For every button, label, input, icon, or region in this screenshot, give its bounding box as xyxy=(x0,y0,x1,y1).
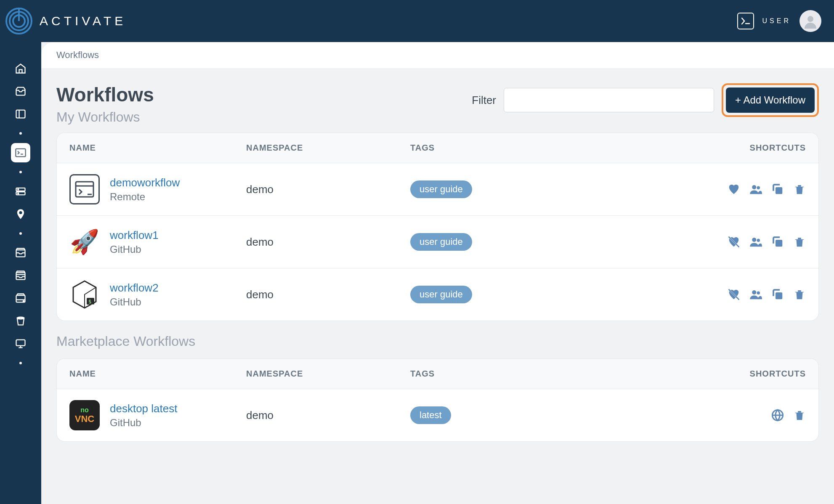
trash-icon[interactable] xyxy=(793,236,806,248)
table-row: 🚀 workflow1 GitHub demo user guide xyxy=(57,216,818,268)
users-icon[interactable] xyxy=(749,288,762,301)
workflow-source: GitHub xyxy=(110,244,159,255)
sidebar xyxy=(0,42,41,504)
table-row: demoworkflow Remote demo user guide xyxy=(57,163,818,216)
workflow-namespace: demo xyxy=(246,236,410,249)
nav-home[interactable] xyxy=(11,59,30,78)
nav-divider xyxy=(19,362,22,364)
page-title: Workflows xyxy=(56,83,154,106)
breadcrumb-text[interactable]: Workflows xyxy=(56,50,99,60)
nav-archive[interactable] xyxy=(11,243,30,263)
workflow-namespace: demo xyxy=(246,409,410,422)
users-icon[interactable] xyxy=(749,236,762,248)
svg-point-9 xyxy=(18,193,19,194)
th-name: NAME xyxy=(69,143,246,153)
svg-rect-15 xyxy=(16,340,25,346)
svg-point-22 xyxy=(752,238,756,242)
nav-divider xyxy=(19,171,22,173)
copy-icon[interactable] xyxy=(771,236,784,248)
page-header: Workflows My Workflows Filter + Add Work… xyxy=(56,83,819,125)
add-workflow-highlight: + Add Workflow xyxy=(722,83,819,117)
th-shortcuts: SHORTCUTS xyxy=(709,143,806,153)
nav-panel[interactable] xyxy=(11,104,30,124)
copy-icon[interactable] xyxy=(771,288,784,301)
svg-point-3 xyxy=(807,16,813,22)
workflow-tag[interactable]: user guide xyxy=(410,286,472,303)
nav-location[interactable] xyxy=(11,204,30,224)
svg-rect-11 xyxy=(16,273,25,279)
svg-rect-19 xyxy=(776,187,782,194)
workflow-tag[interactable]: latest xyxy=(410,406,451,424)
th-namespace: NAMESPACE xyxy=(246,369,410,379)
nav-drive[interactable] xyxy=(11,289,30,308)
workflow-source: Remote xyxy=(110,191,180,203)
svg-rect-5 xyxy=(16,149,25,157)
th-tags: TAGS xyxy=(410,369,709,379)
workflow-browser-icon xyxy=(69,174,100,204)
nav-monitor[interactable] xyxy=(11,334,30,353)
nav-divider xyxy=(19,132,22,135)
nav-bucket[interactable] xyxy=(11,311,30,331)
th-namespace: NAMESPACE xyxy=(246,143,410,153)
heart-icon[interactable] xyxy=(728,183,740,196)
table-row: $_ workflow2 GitHub demo user guide xyxy=(57,268,818,321)
nav-drawer[interactable] xyxy=(11,266,30,285)
workflow-link[interactable]: demoworkflow xyxy=(110,176,180,189)
svg-point-18 xyxy=(757,186,760,190)
nav-server[interactable] xyxy=(11,182,30,201)
th-name: NAME xyxy=(69,369,246,379)
terminal-button[interactable] xyxy=(737,13,754,29)
trash-icon[interactable] xyxy=(793,183,806,196)
trash-icon[interactable] xyxy=(793,409,806,422)
svg-text:$_: $_ xyxy=(88,299,95,305)
heart-off-icon[interactable] xyxy=(728,288,740,301)
workflow-link[interactable]: workflow2 xyxy=(110,281,159,294)
nav-terminal-active[interactable] xyxy=(11,143,30,162)
my-workflows-table: NAME NAMESPACE TAGS SHORTCUTS demoworkfl… xyxy=(56,133,819,321)
brand[interactable]: ACTIVATE xyxy=(4,6,126,36)
svg-point-8 xyxy=(18,189,19,190)
trash-icon[interactable] xyxy=(793,288,806,301)
filter-label: Filter xyxy=(472,94,496,107)
workflow-link[interactable]: workflow1 xyxy=(110,229,159,242)
workflow-source: GitHub xyxy=(110,296,159,308)
marketplace-section-title: Marketplace Workflows xyxy=(56,334,819,349)
heart-off-icon[interactable] xyxy=(728,236,740,248)
topbar-right: USER xyxy=(737,10,821,32)
workflow-tag[interactable]: user guide xyxy=(410,233,472,251)
user-avatar[interactable] xyxy=(799,10,821,32)
workflow-source: GitHub xyxy=(110,417,177,429)
filter-input[interactable] xyxy=(504,88,714,112)
brand-logo-icon xyxy=(4,6,34,36)
workflow-link[interactable]: desktop latest xyxy=(110,402,177,415)
topbar: ACTIVATE USER xyxy=(0,0,834,42)
nav-divider xyxy=(19,232,22,235)
svg-point-30 xyxy=(757,292,760,295)
workflow-vnc-icon: noVNC xyxy=(69,400,100,430)
svg-rect-31 xyxy=(776,292,782,299)
table-row: noVNC desktop latest GitHub demo latest xyxy=(57,389,818,441)
th-tags: TAGS xyxy=(410,143,709,153)
svg-point-17 xyxy=(752,185,756,189)
globe-icon[interactable] xyxy=(771,409,784,422)
table-header: NAME NAMESPACE TAGS SHORTCUTS xyxy=(57,133,818,163)
main: Workflows Workflows My Workflows Filter … xyxy=(41,42,834,504)
svg-rect-4 xyxy=(16,110,25,118)
workflow-tag[interactable]: user guide xyxy=(410,180,472,198)
table-header: NAME NAMESPACE TAGS SHORTCUTS xyxy=(57,359,818,389)
user-label: USER xyxy=(762,17,791,25)
workflow-namespace: demo xyxy=(246,288,410,301)
add-workflow-button[interactable]: + Add Workflow xyxy=(726,88,815,113)
page-subtitle: My Workflows xyxy=(56,109,154,125)
th-shortcuts: SHORTCUTS xyxy=(709,369,806,379)
copy-icon[interactable] xyxy=(771,183,784,196)
workflow-namespace: demo xyxy=(246,183,410,196)
nav-inbox[interactable] xyxy=(11,82,30,101)
svg-point-23 xyxy=(757,239,760,242)
users-icon[interactable] xyxy=(749,183,762,196)
marketplace-workflows-table: NAME NAMESPACE TAGS SHORTCUTS noVNC desk… xyxy=(56,358,819,442)
svg-rect-24 xyxy=(776,240,782,247)
workflow-cube-icon: $_ xyxy=(69,279,100,310)
brand-name: ACTIVATE xyxy=(40,14,126,28)
breadcrumb: Workflows xyxy=(41,42,834,68)
